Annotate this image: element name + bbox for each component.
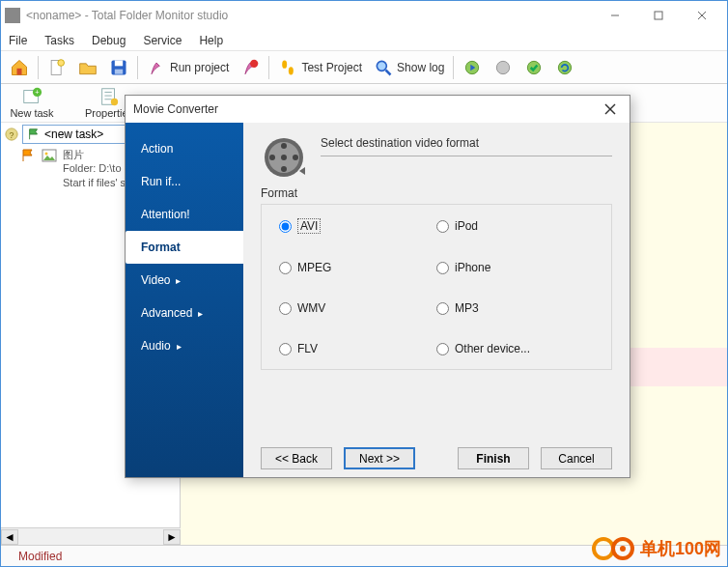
app-icon [5, 8, 20, 23]
menu-tasks[interactable]: Tasks [44, 34, 74, 47]
sidebar-item-video[interactable]: Video▸ [126, 264, 243, 297]
close-button[interactable] [680, 2, 723, 29]
show-log-label: Show log [397, 61, 444, 74]
node-line1: Folder: D:\to [63, 161, 126, 175]
open-button[interactable] [73, 54, 102, 81]
sidebar-item-label: Video [141, 273, 170, 287]
radio-mp3[interactable]: MP3 [436, 301, 594, 315]
svg-point-33 [281, 143, 287, 149]
gear2-button[interactable] [489, 54, 518, 81]
back-button[interactable]: << Back [261, 447, 332, 469]
svg-point-28 [45, 153, 48, 156]
maximize-button[interactable] [636, 2, 680, 29]
svg-point-24 [111, 99, 118, 105]
chevron-right-icon: ▸ [177, 341, 182, 352]
flag-orange-icon [20, 148, 36, 163]
svg-point-13 [377, 61, 386, 71]
dialog-heading: Select destination video format [321, 134, 612, 150]
gear-play-icon [462, 58, 482, 77]
sidebar-item-runif[interactable]: Run if... [126, 165, 243, 198]
scroll-right-button[interactable]: ► [163, 529, 181, 545]
sidebar-item-advanced[interactable]: Advanced▸ [126, 297, 243, 329]
gear1-button[interactable] [458, 54, 487, 81]
radio-flv[interactable]: FLV [279, 342, 436, 355]
watermark: 单机100网 [592, 535, 721, 562]
status-text: Modified [18, 550, 62, 563]
radio-input[interactable] [436, 302, 449, 315]
horizontal-scrollbar[interactable]: ◄ ► [1, 527, 181, 545]
gear3-button[interactable] [519, 54, 548, 81]
next-button[interactable]: Next >> [344, 447, 415, 469]
dialog-close-button[interactable] [599, 98, 622, 121]
radio-input[interactable] [279, 302, 292, 315]
run-project-button[interactable]: Run project [142, 54, 234, 81]
dialog-sidebar: Action Run if... Attention! Format Video… [126, 123, 243, 477]
help-icon[interactable]: ? [5, 128, 18, 141]
sidebar-item-action[interactable]: Action [126, 132, 243, 165]
svg-point-12 [289, 67, 294, 74]
window-titlebar: <noname> - Total Folder Monitor studio [1, 1, 727, 30]
sidebar-item-attention[interactable]: Attention! [126, 198, 243, 231]
save-icon [109, 58, 128, 77]
menu-file[interactable]: File [9, 34, 27, 47]
minimize-icon [610, 11, 620, 20]
sidebar-item-label: Attention! [141, 208, 190, 221]
sidebar-item-label: Format [141, 241, 181, 254]
radio-input[interactable] [279, 343, 292, 355]
svg-point-37 [281, 155, 287, 160]
radio-ipod[interactable]: iPod [436, 218, 594, 234]
radio-wmv[interactable]: WMV [279, 301, 436, 315]
radio-input[interactable] [436, 262, 449, 274]
menu-debug[interactable]: Debug [92, 34, 126, 47]
sidebar-item-format[interactable]: Format [126, 231, 243, 264]
scroll-left-button[interactable]: ◄ [1, 529, 18, 545]
show-log-button[interactable]: Show log [369, 54, 449, 81]
test-project-label: Test Project [301, 61, 362, 74]
main-toolbar: Run project Test Project Show log [1, 51, 727, 84]
radio-input[interactable] [436, 220, 449, 233]
sidebar-item-label: Advanced [141, 306, 192, 320]
home-button[interactable] [5, 54, 34, 81]
new-task-button[interactable]: + New task [3, 86, 61, 119]
minimize-button[interactable] [593, 2, 636, 29]
svg-rect-4 [17, 68, 22, 74]
radio-label: Other device... [455, 342, 530, 355]
sidebar-item-audio[interactable]: Audio▸ [126, 329, 243, 362]
save-button[interactable] [104, 54, 133, 81]
scroll-track[interactable] [18, 529, 163, 545]
menu-help[interactable]: Help [199, 34, 223, 47]
sidebar-item-label: Audio [141, 339, 171, 353]
test-project-button[interactable]: Test Project [273, 54, 367, 81]
radio-mpeg[interactable]: MPEG [279, 261, 436, 274]
radio-input[interactable] [436, 343, 449, 355]
home-icon [10, 58, 29, 77]
properties-icon [98, 86, 120, 107]
separator [268, 56, 269, 79]
stop-button[interactable] [236, 54, 265, 81]
watermark-logo-icon [592, 535, 634, 562]
task-node-text: 图片 Folder: D:\to Start if files' s [63, 148, 126, 189]
sidebar-item-label: Action [141, 142, 173, 156]
window-buttons [593, 2, 723, 29]
new-task-label: New task [10, 107, 53, 119]
footprints-icon [278, 58, 297, 77]
radio-other[interactable]: Other device... [436, 342, 594, 355]
run-project-label: Run project [170, 61, 229, 74]
task-tab-label: <new task> [44, 128, 103, 141]
radio-label: WMV [297, 301, 325, 315]
radio-input[interactable] [279, 262, 292, 274]
stop-run-icon [240, 58, 260, 77]
finish-button[interactable]: Finish [458, 447, 529, 469]
gear4-button[interactable] [550, 54, 579, 81]
svg-point-40 [620, 546, 626, 552]
radio-avi[interactable]: AVI [279, 218, 436, 234]
menu-service[interactable]: Service [143, 34, 182, 47]
dialog-body: Action Run if... Attention! Format Video… [126, 123, 630, 477]
radio-input[interactable] [279, 220, 292, 233]
dialog-title: Movie Converter [133, 102, 218, 116]
radio-label: MPEG [297, 261, 331, 274]
new-button[interactable] [42, 54, 71, 81]
radio-iphone[interactable]: iPhone [436, 261, 594, 274]
cancel-button[interactable]: Cancel [541, 447, 612, 469]
svg-point-35 [269, 155, 275, 160]
